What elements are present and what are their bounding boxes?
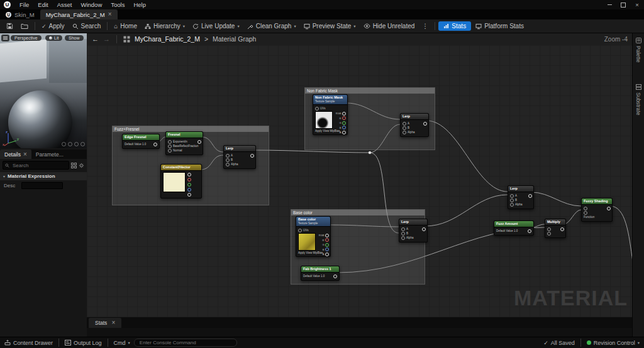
input-pin[interactable] [226,158,230,162]
output-pin-r[interactable] [187,178,191,182]
input-pin[interactable] [401,227,405,231]
input-pin[interactable] [226,163,230,166]
details-search-input[interactable] [3,161,69,170]
breadcrumb-asset[interactable]: MyChara_Fabric_2_M [135,35,200,43]
console-command-input[interactable] [134,339,237,347]
cmd-dropdown[interactable]: Cmd ▾ [114,340,130,346]
output-pin[interactable] [153,143,157,146]
substrate-tab[interactable]: Substrate [633,84,644,115]
output-pin[interactable] [422,227,426,231]
output-pin-a[interactable] [342,131,346,134]
output-pin[interactable] [560,227,564,231]
hierarchy-dropdown[interactable]: Hierarchy ▾ [142,21,188,31]
node-edge-fresnel[interactable]: Edge Fresnel Default Value 1.0 [122,134,160,149]
node-lerp-mask[interactable]: Lerp A B Alpha [400,113,429,137]
menu-help[interactable]: Help [129,0,150,9]
desc-value-field[interactable] [21,182,63,189]
output-pin[interactable] [187,173,191,177]
preview-state-dropdown[interactable]: Preview State ▾ [301,21,359,31]
output-pin-r[interactable] [342,116,346,120]
output-pin-g[interactable] [187,183,191,187]
tab-close-icon[interactable]: × [23,151,27,158]
tab-details[interactable]: Details × [0,150,31,159]
viewport-nav-buttons[interactable] [62,142,85,146]
tab-skin-m[interactable]: U Skin_M [0,9,40,19]
tab-mychara-fabric[interactable]: MyChara_Fabric_2_M × [40,9,118,19]
output-pin-a[interactable] [325,253,329,256]
output-pin[interactable] [197,140,201,144]
output-log-button[interactable]: Output Log [65,340,102,346]
input-pin[interactable] [584,207,587,210]
input-pin[interactable] [510,198,514,202]
platform-stats-dropdown[interactable]: Platform Stats [472,21,527,31]
viewport-options-menu[interactable] [1,35,9,41]
home-button[interactable]: ⌂ Home [111,21,140,31]
input-pin[interactable] [226,154,230,158]
input-pin[interactable] [547,227,551,231]
output-pin[interactable] [333,275,337,278]
input-pin-uvs[interactable] [315,107,319,111]
all-saved-indicator[interactable]: ✓ All Saved [543,340,575,346]
lit-mode-dropdown[interactable]: Lit [45,35,62,41]
input-pin[interactable] [510,203,514,207]
output-pin[interactable] [528,194,532,198]
node-fuzz-amount[interactable]: Fuzz Amount Default Value 1.0 [494,220,534,236]
output-pin-b[interactable] [187,188,191,192]
save-button[interactable] [3,21,16,31]
node-fab-brightness[interactable]: Fab Brightness 1 Default Value 1.0 [301,266,340,281]
output-pin[interactable] [250,154,254,158]
node-multiply[interactable]: Multiply [545,219,566,238]
palette-tab[interactable]: Palette [633,38,644,62]
menu-window[interactable]: Window [76,0,106,9]
output-pin[interactable] [423,122,427,126]
node-constant3vector[interactable]: Constant3Vector [160,164,202,198]
output-pin-a[interactable] [187,193,191,197]
output-pin-g[interactable] [325,243,329,247]
gear-icon[interactable] [79,163,84,168]
output-pin-b[interactable] [325,247,329,251]
tab-close-icon[interactable]: × [111,320,115,326]
output-pin-g[interactable] [342,121,346,125]
revision-control-button[interactable]: Revision Control ▾ [587,340,640,346]
node-base-color-texture-sample[interactable]: Base color Texture Sample RGB R G B A UV… [296,216,331,257]
minimize-button[interactable] [602,0,616,9]
output-pin-rgb[interactable] [325,234,329,237]
node-fuzzy-shading[interactable]: Fuzzy Shading Function [581,198,613,222]
hide-unrelated-button[interactable]: Hide Unrelated [360,21,418,31]
forward-button[interactable]: → [103,35,110,43]
input-pin[interactable] [510,194,514,198]
clean-graph-dropdown[interactable]: Clean Graph ▾ [244,21,299,31]
graph-canvas[interactable]: Fuzz+Fresnel Non Fabric Mask Base color … [87,45,633,317]
node-lerp-base[interactable]: Lerp A B Alpha [399,219,428,242]
apply-button[interactable]: ✓ Apply [38,21,68,31]
node-lerp-right[interactable]: Lerp A B Alpha [508,185,534,209]
close-button[interactable]: × [630,0,644,9]
color-swatch[interactable] [163,172,186,192]
input-pin[interactable] [547,232,551,236]
back-button[interactable]: ← [92,35,99,43]
material-preview-viewport[interactable]: Perspective Lit Show z y x [0,33,87,148]
menu-tools[interactable]: Tools [106,0,129,9]
maximize-button[interactable] [616,0,630,9]
node-lerp-fuzz[interactable]: Lerp A B Alpha [223,145,256,169]
menu-file[interactable]: File [15,0,33,9]
input-pin[interactable] [401,236,405,240]
input-pin[interactable] [168,140,172,144]
input-pin[interactable] [401,232,405,236]
input-pin[interactable] [402,122,406,126]
live-update-dropdown[interactable]: Live Update ▾ [189,21,243,31]
output-pin[interactable] [528,229,531,233]
input-pin[interactable] [168,144,172,148]
tab-parameters[interactable]: Paramete... [31,150,68,159]
material-expression-section-header[interactable]: ▾ Material Expression [0,172,87,180]
input-pin[interactable] [402,131,406,134]
output-pin-b[interactable] [342,126,346,129]
output-pin[interactable] [607,207,611,210]
menu-asset[interactable]: Asset [53,0,77,9]
input-pin[interactable] [584,211,587,215]
node-fresnel[interactable]: Fresnel ExponentIn BaseReflectFraction N… [165,131,203,155]
show-dropdown[interactable]: Show [65,35,84,41]
input-pin-uvs[interactable] [298,229,302,232]
content-drawer-button[interactable]: Content Drawer [4,340,53,346]
search-button[interactable]: Search [69,21,104,31]
